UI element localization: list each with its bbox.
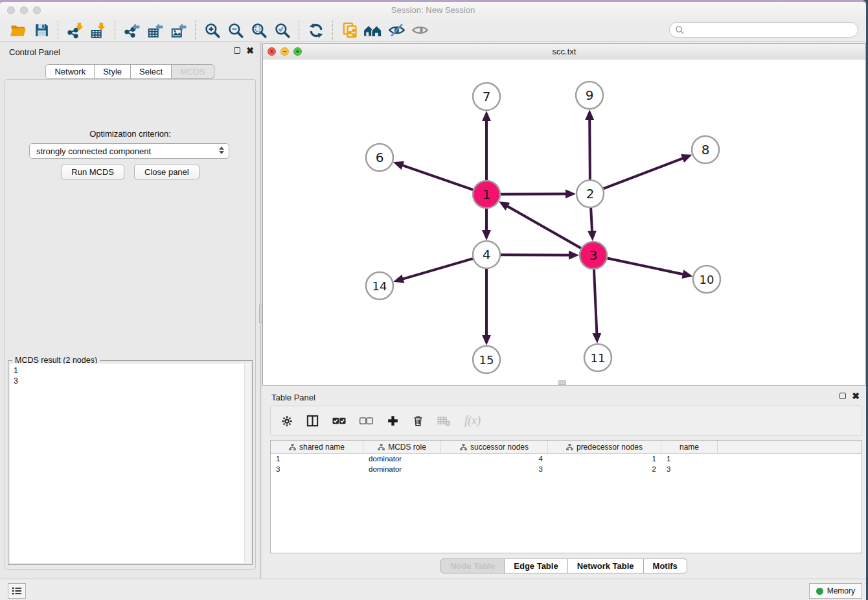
- tab-mcds[interactable]: MCDS: [171, 64, 214, 79]
- graph-node-14[interactable]: 14: [366, 272, 393, 299]
- select-all-columns-icon[interactable]: [332, 417, 346, 425]
- network-window-titlebar[interactable]: × – + scc.txt: [263, 44, 865, 60]
- column-header-mcds-role[interactable]: MCDS role: [363, 441, 441, 453]
- import-table-icon[interactable]: [87, 21, 110, 40]
- unselect-all-columns-icon[interactable]: [360, 417, 373, 425]
- network-canvas[interactable]: 1234678910111415: [263, 60, 865, 385]
- cell-name[interactable]: 1: [661, 454, 718, 464]
- mcds-result-text[interactable]: 1 3: [10, 363, 245, 563]
- delete-table-icon[interactable]: [437, 416, 451, 426]
- status-bar: Memory: [0, 579, 866, 600]
- zoom-in-icon[interactable]: [201, 21, 224, 40]
- export-image-icon[interactable]: [167, 21, 190, 40]
- column-header-name[interactable]: name: [661, 441, 718, 453]
- edge-1-6[interactable]: [397, 163, 473, 189]
- cell-predecessor-nodes[interactable]: 2: [548, 464, 661, 474]
- column-header-successor-nodes[interactable]: successor nodes: [441, 441, 548, 453]
- tab-network[interactable]: Network: [45, 64, 95, 79]
- edge-4-3[interactable]: [501, 255, 575, 255]
- save-session-icon[interactable]: [30, 21, 53, 40]
- cell-shared-name[interactable]: 1: [271, 454, 363, 464]
- tab-node-table[interactable]: Node Table: [440, 559, 505, 573]
- edge-1-2[interactable]: [501, 194, 571, 194]
- search-input[interactable]: [669, 22, 858, 38]
- import-network-icon[interactable]: [63, 21, 87, 40]
- float-panel-icon[interactable]: [234, 47, 240, 54]
- network-window-title: scc.txt: [263, 47, 865, 56]
- optimization-criterion-select[interactable]: strongly connected component: [29, 143, 229, 159]
- graph-node-9[interactable]: 9: [576, 82, 603, 109]
- graph-node-10[interactable]: 10: [693, 266, 720, 293]
- add-column-icon[interactable]: [387, 415, 399, 427]
- edge-3-11[interactable]: [594, 270, 597, 339]
- graph-node-6[interactable]: 6: [366, 144, 393, 171]
- svg-text:9: 9: [586, 87, 594, 103]
- table-row[interactable]: 3dominator323: [271, 464, 862, 474]
- canvas-grip[interactable]: [558, 380, 566, 385]
- table-toolbar: f(x): [270, 406, 862, 436]
- column-header-shared-name[interactable]: shared name: [271, 441, 363, 453]
- cell-shared-name[interactable]: 3: [271, 464, 363, 474]
- zoom-fit-icon[interactable]: [247, 21, 271, 40]
- result-scrollbar[interactable]: [244, 363, 251, 563]
- toolbar-separator: [58, 21, 59, 40]
- svg-text:15: 15: [479, 353, 494, 367]
- graph-node-11[interactable]: 11: [584, 344, 611, 371]
- float-table-panel-icon[interactable]: [839, 393, 846, 399]
- first-neighbors-icon[interactable]: [361, 21, 385, 40]
- control-panel-header: Control Panel ✖: [0, 42, 260, 62]
- column-header-predecessor-nodes[interactable]: predecessor nodes: [548, 441, 661, 453]
- main-toolbar: [0, 19, 866, 42]
- cell-name[interactable]: 3: [661, 464, 718, 474]
- graph-node-2[interactable]: 2: [577, 180, 604, 207]
- edge-4-14[interactable]: [398, 259, 473, 281]
- network-graph[interactable]: 1234678910111415: [263, 60, 865, 385]
- table-panel-header: Table Panel ✖: [262, 387, 866, 407]
- table-panel-title: Table Panel: [271, 393, 315, 402]
- run-mcds-button[interactable]: Run MCDS: [61, 165, 124, 179]
- edge-2-8[interactable]: [604, 156, 688, 189]
- hide-selected-icon[interactable]: [385, 21, 408, 40]
- tab-network-table[interactable]: Network Table: [567, 559, 644, 573]
- edge-3-1[interactable]: [503, 203, 581, 248]
- function-builder-icon[interactable]: f(x): [464, 414, 481, 428]
- graph-node-3[interactable]: 3: [580, 242, 607, 269]
- edge-2-3[interactable]: [591, 208, 592, 237]
- zoom-out-icon[interactable]: [224, 21, 247, 40]
- control-panel: Control Panel ✖ NetworkStyleSelectMCDS O…: [0, 42, 260, 579]
- export-network-icon[interactable]: [120, 21, 144, 40]
- graph-node-1[interactable]: 1: [473, 181, 500, 208]
- cell-mcds-role[interactable]: dominator: [363, 454, 441, 464]
- delete-columns-icon[interactable]: [413, 415, 424, 427]
- graph-node-8[interactable]: 8: [692, 136, 719, 163]
- tab-edge-table[interactable]: Edge Table: [504, 559, 567, 573]
- clone-network-icon[interactable]: [338, 21, 361, 40]
- close-table-panel-icon[interactable]: ✖: [852, 393, 860, 399]
- show-columns-icon[interactable]: [306, 415, 319, 427]
- cell-mcds-role[interactable]: dominator: [363, 464, 441, 474]
- memory-button[interactable]: Memory: [809, 583, 862, 599]
- close-panel-icon[interactable]: ✖: [246, 47, 254, 54]
- node-table[interactable]: shared nameMCDS rolesuccessor nodesprede…: [270, 440, 862, 553]
- export-table-icon[interactable]: [144, 21, 167, 40]
- cell-predecessor-nodes[interactable]: 1: [548, 454, 661, 464]
- zoom-selected-icon[interactable]: [271, 21, 294, 40]
- graph-node-15[interactable]: 15: [473, 346, 500, 373]
- close-panel-button[interactable]: Close panel: [134, 165, 200, 179]
- node-table-body: 1dominator4113dominator323: [271, 454, 862, 474]
- edge-3-10[interactable]: [608, 259, 689, 275]
- graph-node-7[interactable]: 7: [473, 83, 500, 110]
- graph-node-4[interactable]: 4: [473, 241, 500, 268]
- task-history-button[interactable]: [8, 583, 26, 599]
- open-session-icon[interactable]: [6, 21, 30, 40]
- cell-successor-nodes[interactable]: 4: [441, 454, 548, 464]
- show-all-icon[interactable]: [408, 21, 431, 40]
- table-settings-icon[interactable]: [281, 415, 293, 427]
- cell-successor-nodes[interactable]: 3: [441, 464, 548, 474]
- tab-style[interactable]: Style: [94, 64, 131, 79]
- table-row[interactable]: 1dominator411: [271, 454, 862, 464]
- apply-layout-icon[interactable]: [304, 21, 328, 40]
- tab-select[interactable]: Select: [130, 64, 172, 79]
- edge-2-9[interactable]: [589, 114, 590, 179]
- tab-motifs[interactable]: Motifs: [643, 559, 687, 573]
